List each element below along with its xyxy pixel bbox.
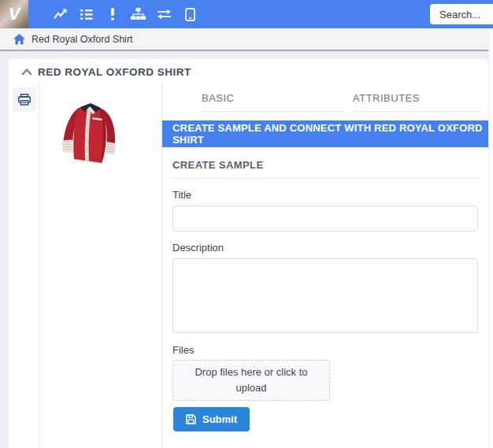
save-icon xyxy=(186,414,196,424)
mobile-icon[interactable] xyxy=(177,0,203,28)
chevron-up-icon[interactable] xyxy=(21,68,32,76)
title-input[interactable] xyxy=(172,205,478,231)
search-input[interactable] xyxy=(430,4,493,24)
description-label: Description xyxy=(172,242,478,254)
panel-header: RED ROYAL OXFORD SHIRT xyxy=(9,59,488,83)
panel-title: RED ROYAL OXFORD SHIRT xyxy=(38,66,191,78)
create-sample-banner: CREATE SAMPLE AND CONNECT WITH RED ROYAL… xyxy=(162,120,488,147)
tab-attributes[interactable]: ATTRIBUTES xyxy=(353,92,481,112)
file-dropzone[interactable]: Drop files here or click to upload xyxy=(172,360,330,401)
create-sample-form: CREATE SAMPLE Title Description Files Dr… xyxy=(172,147,478,431)
title-label: Title xyxy=(172,189,478,201)
top-navbar: V xyxy=(0,0,493,28)
description-input[interactable] xyxy=(172,258,478,333)
exclamation-icon[interactable] xyxy=(99,0,125,28)
nav-icon-group xyxy=(47,0,203,28)
tab-basic[interactable]: BASIC xyxy=(202,92,343,112)
sitemap-icon[interactable] xyxy=(125,0,151,28)
exchange-icon[interactable] xyxy=(151,0,177,28)
product-image xyxy=(53,94,128,171)
breadcrumb-current-page[interactable]: Red Royal Oxford Shirt xyxy=(32,34,133,45)
form-heading: CREATE SAMPLE xyxy=(172,159,478,179)
submit-button[interactable]: Submit xyxy=(173,407,250,431)
list-icon[interactable] xyxy=(73,0,99,28)
chart-line-icon[interactable] xyxy=(47,0,73,28)
home-icon[interactable] xyxy=(13,34,25,45)
tab-bar: BASIC ATTRIBUTES xyxy=(162,83,488,111)
app-viewport: V xyxy=(0,0,493,448)
breadcrumb: Red Royal Oxford Shirt xyxy=(0,28,493,51)
files-label: Files xyxy=(172,344,478,356)
print-button[interactable] xyxy=(13,87,36,112)
scrollbar-track[interactable] xyxy=(488,28,493,448)
tool-rail xyxy=(9,83,39,448)
product-panel: RED ROYAL OXFORD SHIRT xyxy=(9,59,488,448)
tab-panel: BASIC ATTRIBUTES CREATE SAMPLE AND CONNE… xyxy=(161,83,488,448)
app-logo[interactable]: V xyxy=(0,0,28,28)
submit-label: Submit xyxy=(202,413,237,425)
print-icon xyxy=(18,94,31,106)
dropzone-text: Drop files here or click to upload xyxy=(184,365,318,396)
